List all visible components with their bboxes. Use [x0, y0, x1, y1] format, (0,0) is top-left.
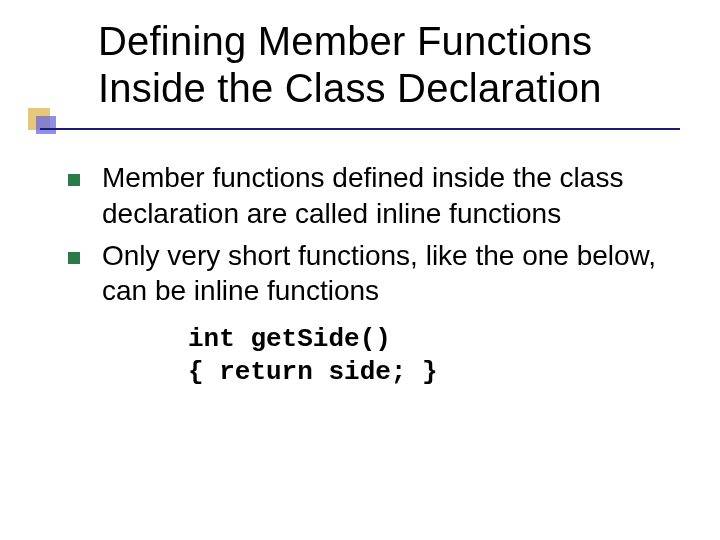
- bullet-item: Member functions defined inside the clas…: [68, 160, 678, 232]
- slide: Defining Member Functions Inside the Cla…: [0, 0, 720, 540]
- bullet-item: Only very short functions, like the one …: [68, 238, 678, 310]
- title-accent-icon: [28, 108, 58, 136]
- slide-title: Defining Member Functions Inside the Cla…: [98, 18, 678, 112]
- bullet-square-icon: [68, 174, 80, 186]
- bullet-text: Member functions defined inside the clas…: [102, 160, 678, 232]
- slide-body: Member functions defined inside the clas…: [68, 160, 678, 388]
- code-line: int getSide(): [188, 324, 391, 354]
- title-underline: [40, 128, 680, 130]
- bullet-text: Only very short functions, like the one …: [102, 238, 678, 310]
- code-line: { return side; }: [188, 357, 438, 387]
- bullet-square-icon: [68, 252, 80, 264]
- code-snippet: int getSide() { return side; }: [188, 323, 678, 388]
